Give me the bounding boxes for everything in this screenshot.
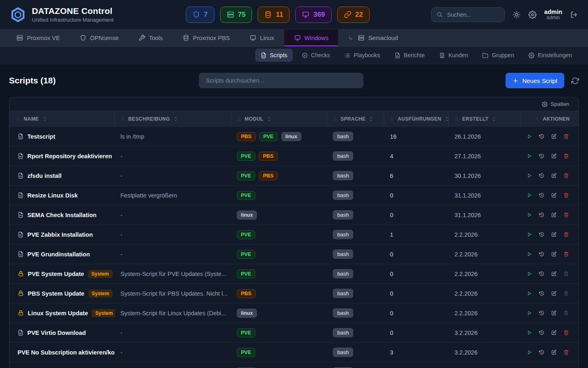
history-button[interactable] bbox=[539, 349, 544, 356]
run-script-button[interactable] bbox=[527, 270, 532, 277]
nav-tab-proxmox-ve[interactable]: Proxmox VE bbox=[7, 29, 70, 46]
drag-handle-icon[interactable] bbox=[454, 116, 459, 121]
history-button[interactable] bbox=[539, 133, 544, 140]
stat-link[interactable]: 22 bbox=[337, 7, 370, 23]
edit-button[interactable] bbox=[551, 133, 557, 140]
delete-button[interactable] bbox=[564, 310, 569, 316]
run-script-button[interactable] bbox=[527, 329, 532, 336]
run-script-button[interactable] bbox=[527, 211, 532, 218]
subnav-tab-gruppen[interactable]: Gruppen bbox=[477, 49, 519, 62]
column-header[interactable]: NAME bbox=[9, 111, 115, 126]
history-button[interactable] bbox=[539, 192, 544, 199]
drag-handle-icon[interactable] bbox=[390, 116, 394, 121]
run-script-button[interactable] bbox=[527, 192, 532, 199]
column-header[interactable]: AKTIONEN bbox=[521, 111, 579, 126]
delete-button[interactable] bbox=[564, 251, 569, 258]
delete-button[interactable] bbox=[564, 192, 569, 199]
run-script-button[interactable] bbox=[527, 349, 532, 356]
subnav-tab-checks[interactable]: Checks bbox=[296, 49, 336, 62]
table-row[interactable]: Rport Repository deaktivieren - PVEPBS b… bbox=[9, 146, 579, 166]
sort-icon[interactable] bbox=[492, 116, 497, 122]
refresh-button[interactable] bbox=[571, 77, 579, 85]
delete-button[interactable] bbox=[564, 133, 569, 140]
subnav-tab-einstellungen[interactable]: Einstellungen bbox=[523, 49, 577, 62]
nav-tab-proxmox-pbs[interactable]: Proxmox PBS bbox=[173, 29, 240, 46]
subnav-tab-kunden[interactable]: Kunden bbox=[434, 49, 473, 62]
drag-handle-icon[interactable] bbox=[16, 116, 20, 121]
delete-button[interactable] bbox=[564, 153, 569, 159]
table-row[interactable]: PVE System Update System System-Script f… bbox=[9, 264, 579, 283]
history-button[interactable] bbox=[539, 251, 544, 258]
drag-handle-icon[interactable] bbox=[535, 116, 539, 121]
user-menu[interactable]: admin admin bbox=[544, 8, 562, 21]
run-script-button[interactable] bbox=[527, 172, 532, 179]
edit-button[interactable] bbox=[551, 251, 557, 258]
delete-button[interactable] bbox=[564, 290, 569, 297]
delete-button[interactable] bbox=[564, 349, 569, 356]
stat-shield[interactable]: 7 bbox=[186, 7, 214, 23]
table-row[interactable]: PBS System Update System System-Script f… bbox=[9, 283, 579, 303]
delete-button[interactable] bbox=[564, 231, 569, 238]
edit-button[interactable] bbox=[551, 349, 557, 356]
run-script-button[interactable] bbox=[527, 231, 532, 238]
history-button[interactable] bbox=[539, 211, 544, 218]
subnav-tab-scripts[interactable]: Scripts bbox=[255, 49, 293, 62]
new-script-button[interactable]: Neues Script bbox=[506, 73, 564, 88]
table-row[interactable]: Testscript ls in /tmp PBSPVElinux bash 1… bbox=[9, 126, 579, 146]
global-search-input[interactable] bbox=[446, 11, 499, 18]
drag-handle-icon[interactable] bbox=[120, 116, 125, 121]
sort-icon[interactable] bbox=[445, 116, 449, 122]
run-script-button[interactable] bbox=[527, 290, 532, 297]
delete-button[interactable] bbox=[564, 211, 569, 218]
edit-button[interactable] bbox=[551, 153, 557, 159]
table-row[interactable]: PVE Zabbix Installation - PVE bash 1 2.2… bbox=[9, 224, 579, 244]
sort-icon[interactable] bbox=[267, 116, 272, 122]
delete-button[interactable] bbox=[564, 270, 569, 277]
edit-button[interactable] bbox=[551, 290, 557, 297]
history-button[interactable] bbox=[539, 153, 544, 159]
table-row[interactable]: zfsdu install - PVEPBS bash 6 30.1.2026 bbox=[9, 166, 579, 185]
table-row[interactable]: PVE Grundinstallation - PVE bash 0 2.2.2… bbox=[9, 244, 579, 264]
table-row[interactable]: PVE No Subscription aktivieren/konfiguri… bbox=[9, 342, 579, 362]
run-script-button[interactable] bbox=[527, 310, 532, 316]
table-row[interactable]: SEMA Check Installation - linux bash 0 3… bbox=[9, 205, 579, 224]
stat-monitor[interactable]: 369 bbox=[295, 7, 331, 23]
table-row[interactable]: PVE Virtio Download - PVE bash 0 3.2.202… bbox=[9, 323, 579, 342]
delete-button[interactable] bbox=[564, 329, 569, 336]
edit-button[interactable] bbox=[551, 231, 557, 238]
edit-button[interactable] bbox=[551, 211, 557, 218]
sort-icon[interactable] bbox=[173, 116, 178, 122]
run-script-button[interactable] bbox=[527, 251, 532, 258]
history-button[interactable] bbox=[539, 290, 544, 297]
columns-button[interactable]: Spalten bbox=[539, 101, 572, 108]
column-header[interactable]: AUSFÜHRUNGEN bbox=[384, 111, 449, 126]
theme-toggle-button[interactable] bbox=[512, 11, 521, 19]
edit-button[interactable] bbox=[551, 310, 557, 316]
edit-button[interactable] bbox=[551, 192, 557, 199]
table-row[interactable]: RustDesk Installation System Installiert… bbox=[9, 362, 579, 368]
drag-handle-icon[interactable] bbox=[333, 116, 337, 121]
nav-tab-windows[interactable]: Windows bbox=[284, 29, 339, 46]
edit-button[interactable] bbox=[551, 172, 557, 179]
scripts-search-input[interactable] bbox=[199, 73, 363, 88]
nav-tab-tools[interactable]: Tools bbox=[129, 29, 173, 46]
sort-icon[interactable] bbox=[42, 116, 47, 122]
column-header[interactable]: SPRACHE bbox=[327, 111, 384, 126]
run-script-button[interactable] bbox=[527, 133, 532, 140]
subnav-tab-berichte[interactable]: Berichte bbox=[389, 49, 430, 62]
sort-icon[interactable] bbox=[369, 116, 374, 122]
column-header[interactable]: BESCHREIBUNG bbox=[115, 111, 231, 126]
history-button[interactable] bbox=[539, 270, 544, 277]
table-row[interactable]: Resize Linux Disk Festplatte vergrößern … bbox=[9, 185, 579, 205]
column-header[interactable]: ERSTELLT bbox=[449, 111, 521, 126]
column-header[interactable]: MODUL bbox=[231, 111, 327, 126]
history-button[interactable] bbox=[539, 231, 544, 238]
logout-button[interactable] bbox=[570, 11, 578, 19]
stat-server[interactable]: 75 bbox=[220, 7, 252, 23]
history-button[interactable] bbox=[539, 172, 544, 179]
delete-button[interactable] bbox=[564, 172, 569, 179]
edit-button[interactable] bbox=[551, 329, 557, 336]
nav-tab-linux[interactable]: Linux bbox=[240, 29, 284, 46]
nav-tab-opnsense[interactable]: OPNsense bbox=[70, 29, 129, 46]
table-row[interactable]: Linux System Update System System-Script… bbox=[9, 303, 579, 323]
